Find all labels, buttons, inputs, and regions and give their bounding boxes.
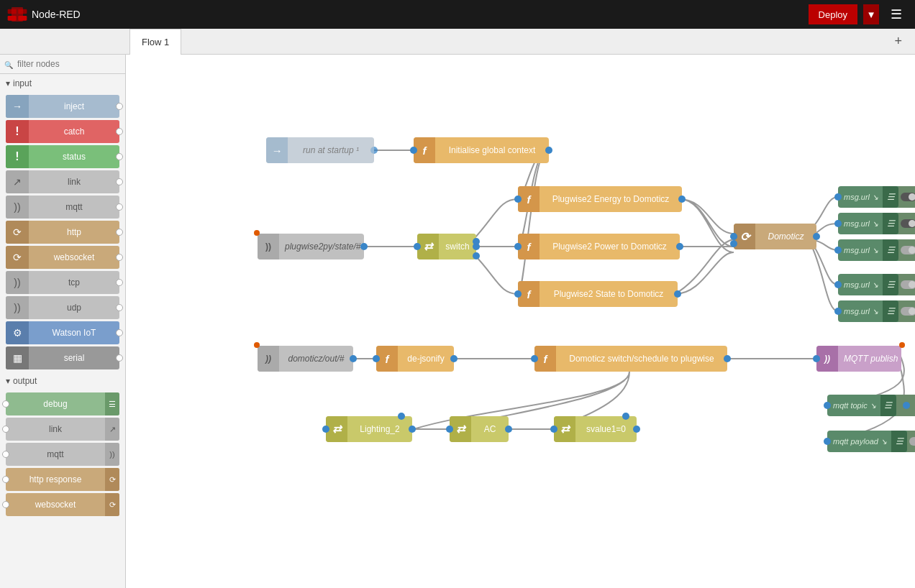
nodered-logo: Node-RED: [7, 7, 81, 22]
catch-icon: !: [6, 120, 29, 143]
dom-switch-out-port: [724, 355, 731, 362]
msg-url-5-btn[interactable]: ☰: [883, 300, 898, 322]
svg-rect-4: [12, 7, 23, 22]
mqtt-out-in-port: [2, 451, 9, 458]
node-domoticz-out[interactable]: )) domoticz/out/#: [258, 346, 353, 372]
node-switch[interactable]: ⇄ switch: [417, 234, 476, 259]
inject-icon: →: [6, 95, 29, 118]
msg-url-1-in-port: [834, 193, 842, 201]
node-plugwise2py[interactable]: )) plugwise2py/state/#: [258, 234, 364, 259]
node-msg-url-2[interactable]: msg.url ↘ ☰: [838, 213, 915, 234]
svalue1-in-port: [550, 426, 557, 433]
node-msg-url-1[interactable]: msg.url ↘ ☰: [838, 186, 915, 208]
mqtt-topic-toggle[interactable]: [896, 395, 915, 416]
node-de-jsonify[interactable]: f de-jsonify: [376, 346, 454, 372]
node-mqtt-topic[interactable]: mqtt topic ↘ ☰: [827, 395, 915, 416]
msg-url-1-btn[interactable]: ☰: [883, 186, 898, 208]
add-tab-button[interactable]: +: [888, 34, 908, 49]
ac-in-port: [446, 426, 453, 433]
watson-icon: ⚙: [6, 321, 29, 344]
plugwise-state-label: Plugwise2 State to Domoticz: [540, 289, 678, 299]
filter-nodes-input[interactable]: [0, 55, 125, 74]
node-init-global[interactable]: f Initialise global context: [414, 137, 549, 163]
flow-canvas[interactable]: → run at startup ¹ f Initialise global c…: [126, 55, 915, 588]
inject-fn-icon: →: [266, 137, 288, 163]
node-mqtt-payload[interactable]: mqtt payload ↘ ☰: [827, 431, 915, 452]
deploy-button[interactable]: Deploy: [809, 4, 857, 24]
sidebar-item-status[interactable]: ! status: [6, 145, 119, 168]
node-msg-url-4[interactable]: msg.url ↘ ☰: [838, 274, 915, 295]
output-section-label: output: [13, 376, 37, 386]
node-msg-url-3[interactable]: msg.url ↘ ☰: [838, 239, 915, 261]
udp-icon: )): [6, 296, 29, 319]
node-svalue1[interactable]: ⇄ svalue1=0: [554, 416, 637, 442]
power-out-port: [676, 243, 683, 250]
hamburger-menu-button[interactable]: ☰: [885, 4, 908, 25]
deploy-dropdown-button[interactable]: ▼: [863, 4, 879, 24]
main-layout: ▾ input → inject ! catch ! status ↗ link: [0, 55, 915, 588]
node-plugwise-power[interactable]: f Plugwise2 Power to Domoticz: [518, 234, 680, 259]
nodered-logo-icon: [7, 7, 27, 22]
msg-url-4-btn[interactable]: ☰: [883, 274, 898, 295]
node-dom-switch-sched[interactable]: f Domoticz switch/schedule to plugwise: [534, 346, 727, 372]
sidebar-item-catch[interactable]: ! catch: [6, 120, 119, 143]
state-in-port: [514, 290, 522, 298]
sidebar-item-websocket[interactable]: ⟳ websocket: [6, 246, 119, 269]
sidebar-item-tcp[interactable]: )) tcp: [6, 271, 119, 294]
sidebar-item-http[interactable]: ⟳ http: [6, 221, 119, 244]
sidebar-item-link-in[interactable]: ↗ link: [6, 170, 119, 193]
udp-port: [116, 304, 123, 311]
msg-url-4-in-port: [834, 281, 842, 288]
inject-label: inject: [29, 101, 119, 111]
mqtt-payload-btn[interactable]: ☰: [891, 431, 907, 452]
sidebar-item-debug[interactable]: debug ☰: [6, 392, 119, 415]
sidebar-item-mqtt-in[interactable]: )) mqtt: [6, 196, 119, 219]
sidebar-item-link-out[interactable]: link ↗: [6, 418, 119, 441]
sidebar-item-udp[interactable]: )) udp: [6, 296, 119, 319]
msg-url-1-toggle[interactable]: [898, 186, 915, 208]
mqtt-publish-label: MQTT publish: [838, 354, 903, 364]
mqtt-payload-toggle[interactable]: [907, 431, 915, 452]
msg-url-3-btn[interactable]: ☰: [883, 239, 898, 261]
switch-out-port2: [473, 238, 480, 245]
plugwise-power-label: Plugwise2 Power to Domoticz: [540, 242, 680, 252]
svalue1-out-port: [633, 426, 640, 433]
sidebar-item-inject[interactable]: → inject: [6, 95, 119, 118]
input-section-header[interactable]: ▾ input: [0, 74, 125, 93]
msg-url-4-toggle[interactable]: [898, 274, 915, 295]
power-in-port: [514, 243, 522, 250]
msg-url-5-toggle[interactable]: [898, 300, 915, 322]
msg-url-3-toggle[interactable]: [898, 239, 915, 261]
sidebar-item-http-response[interactable]: http response ⟳: [6, 468, 119, 491]
app-name: Node-RED: [32, 9, 81, 20]
switch-out-port3: [473, 252, 480, 259]
node-msg-url-5[interactable]: msg.url ↘ ☰: [838, 300, 915, 322]
status-label: status: [29, 152, 119, 162]
init-global-label: Initialise global context: [435, 145, 549, 155]
plugwise2py-label: plugwise2py/state/#: [279, 242, 366, 252]
mqtt-topic-btn[interactable]: ☰: [880, 395, 896, 416]
switch-label: switch: [439, 242, 476, 252]
node-run-at-startup[interactable]: → run at startup ¹: [266, 137, 374, 163]
plugwise-energy-label: Plugwise2 Energy to Domoticz: [540, 194, 682, 204]
run-at-startup-label: run at startup ¹: [288, 145, 374, 155]
mqtt-in-icon: )): [6, 196, 29, 219]
flow1-tab[interactable]: Flow 1: [129, 29, 181, 55]
msg-url-2-btn[interactable]: ☰: [883, 213, 898, 234]
sidebar-item-watson[interactable]: ⚙ Watson IoT: [6, 321, 119, 344]
node-plugwise-state[interactable]: f Plugwise2 State to Domoticz: [518, 281, 678, 307]
sidebar-item-serial[interactable]: ▦ serial: [6, 346, 119, 369]
node-mqtt-publish[interactable]: )) MQTT publish: [816, 346, 901, 372]
node-lighting2[interactable]: ⇄ Lighting_2: [326, 416, 412, 442]
node-plugwise-energy[interactable]: f Plugwise2 Energy to Domoticz: [518, 186, 682, 212]
node-ac[interactable]: ⇄ AC: [450, 416, 509, 442]
node-domoticz[interactable]: ⟳ Domoticz: [734, 224, 816, 249]
sidebar-item-websocket-out[interactable]: websocket ⟳: [6, 493, 119, 516]
msg-url-2-toggle[interactable]: [898, 213, 915, 234]
output-section-header[interactable]: ▾ output: [0, 372, 125, 390]
dom-switch-in-port: [531, 355, 538, 362]
ws-out-in-port: [2, 501, 9, 508]
link-in-icon: ↗: [6, 170, 29, 193]
sidebar-item-mqtt-out[interactable]: mqtt )): [6, 443, 119, 466]
debug-icon: ☰: [105, 392, 119, 415]
